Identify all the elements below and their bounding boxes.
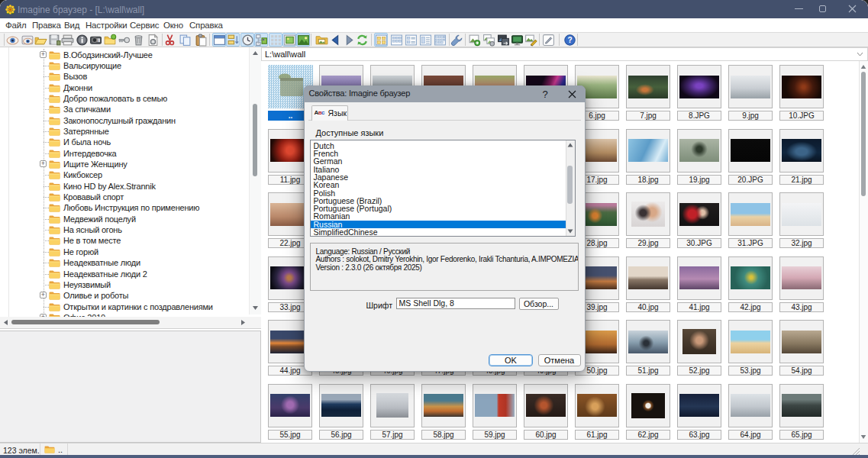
svg-text:i: i: [98, 39, 98, 43]
svg-text:?: ?: [567, 36, 572, 44]
